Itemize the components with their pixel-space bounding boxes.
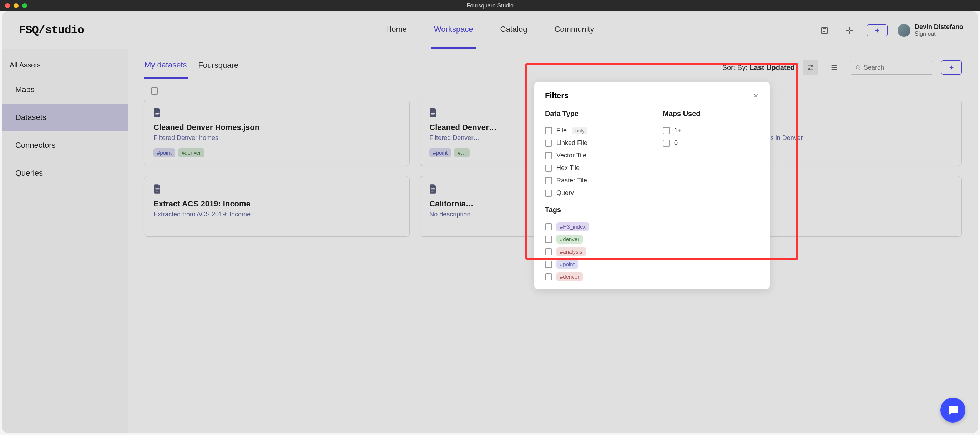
nav-community[interactable]: Community <box>551 12 597 49</box>
sidebar-queries[interactable]: Queries <box>3 159 128 187</box>
traffic-lights <box>5 3 27 8</box>
filter-datatype-option[interactable]: Vector Tile <box>545 149 641 162</box>
filters-title: Filters <box>545 91 568 100</box>
appbar: FSQ/studio Home Workspace Catalog Commun… <box>3 12 977 49</box>
add-dataset-button[interactable] <box>941 61 962 75</box>
checkbox[interactable] <box>663 127 670 134</box>
svg-point-7 <box>856 66 859 69</box>
app-chrome: FSQ/studio Home Workspace Catalog Commun… <box>2 11 978 433</box>
svg-point-5 <box>811 65 813 67</box>
filter-datatype-option[interactable]: Raster Tile <box>545 174 641 187</box>
select-all-checkbox[interactable] <box>151 88 158 95</box>
filter-datatype-option[interactable]: Linked File <box>545 137 641 149</box>
filter-tag-option[interactable]: #denver <box>545 233 641 245</box>
chat-fab[interactable] <box>940 397 966 422</box>
datatype-label: Data Type <box>545 110 641 118</box>
checkbox[interactable] <box>545 127 552 134</box>
filter-datatype-option[interactable]: Hex Tile <box>545 162 641 174</box>
checkbox[interactable] <box>545 223 552 230</box>
only-badge[interactable]: only <box>573 127 587 134</box>
filter-tag-option[interactable]: #denver <box>545 270 641 283</box>
tag-chip: #analysis <box>556 247 586 256</box>
checkbox[interactable] <box>545 140 552 147</box>
dataset-card[interactable]: Extract ACS 2019: Income Extracted from … <box>144 176 410 237</box>
dataset-card[interactable]: Cleaned Denver Homes.json Filtered Denve… <box>144 100 410 166</box>
filter-tag-option[interactable]: #analysis <box>545 245 641 258</box>
tab-foursquare[interactable]: Foursquare <box>198 57 239 78</box>
slack-icon[interactable] <box>842 23 857 38</box>
search-input[interactable] <box>864 64 928 72</box>
body: All Assets Maps Datasets Connectors Quer… <box>3 49 977 432</box>
logo[interactable]: FSQ/studio <box>19 24 84 37</box>
filters-col-mapsused: Maps Used 1+0 <box>663 110 759 283</box>
sidebar-maps[interactable]: Maps <box>3 76 128 104</box>
mapsused-label: Maps Used <box>663 110 759 118</box>
filter-icon[interactable] <box>803 60 818 75</box>
add-button[interactable] <box>867 24 888 37</box>
card-title: Extract ACS 2019: Income <box>153 199 400 209</box>
file-icon <box>153 184 400 194</box>
svg-rect-1 <box>849 27 850 30</box>
user-menu[interactable]: Devin Distefano Sign out <box>897 23 963 37</box>
checkbox[interactable] <box>545 236 552 243</box>
tag-chip[interactable]: #… <box>454 148 469 157</box>
sidebar-all-assets[interactable]: All Assets <box>3 55 128 76</box>
tag-chip[interactable]: #point <box>153 148 175 157</box>
checkbox[interactable] <box>545 190 552 197</box>
option-label: File <box>556 127 567 134</box>
sidebar-datasets[interactable]: Datasets <box>3 104 128 131</box>
checkbox[interactable] <box>545 152 552 159</box>
tag-chip[interactable]: #denver <box>178 148 205 157</box>
sort-by[interactable]: Sort By: Last Updated <box>722 64 795 72</box>
nav-home[interactable]: Home <box>383 12 410 49</box>
file-icon <box>153 108 400 117</box>
tab-my-datasets[interactable]: My datasets <box>144 57 188 78</box>
sidebar-connectors[interactable]: Connectors <box>3 131 128 159</box>
option-label: Raster Tile <box>556 177 587 184</box>
filter-tag-option[interactable]: #H3_index <box>545 220 641 233</box>
card-description: Extracted from ACS 2019: Income <box>153 211 400 218</box>
user-name: Devin Distefano <box>915 23 963 31</box>
option-label: Hex Tile <box>556 164 579 172</box>
filter-datatype-option[interactable]: Fileonly <box>545 124 641 137</box>
checkbox[interactable] <box>545 165 552 172</box>
card-title: Cleaned Denver Homes.json <box>153 123 400 132</box>
tag-chip: #denver <box>556 235 583 244</box>
docs-icon[interactable] <box>817 23 832 38</box>
list-view-icon[interactable] <box>826 60 842 75</box>
filter-tag-option[interactable]: #point <box>545 258 641 270</box>
option-label: 1+ <box>674 127 682 134</box>
sign-out-link[interactable]: Sign out <box>915 31 963 37</box>
tag-chip: #H3_index <box>556 222 589 231</box>
avatar <box>897 24 910 37</box>
tabs-row: My datasets Foursquare Sort By: Last Upd… <box>144 57 962 78</box>
filter-datatype-option[interactable]: Query <box>545 187 641 199</box>
checkbox[interactable] <box>545 248 552 255</box>
option-label: 0 <box>674 139 678 147</box>
nav-catalog[interactable]: Catalog <box>498 12 530 49</box>
card-description: Filtered Denver homes <box>153 134 400 142</box>
filter-mapsused-option[interactable]: 1+ <box>663 124 759 137</box>
svg-rect-2 <box>849 31 850 34</box>
sidebar: All Assets Maps Datasets Connectors Quer… <box>3 49 128 432</box>
card-tags: #point#denver <box>153 148 400 157</box>
search-icon <box>855 64 861 71</box>
minimize-window[interactable] <box>14 3 19 8</box>
checkbox[interactable] <box>545 261 552 268</box>
nav-workspace[interactable]: Workspace <box>431 12 476 49</box>
checkbox[interactable] <box>545 273 552 280</box>
close-window[interactable] <box>5 3 10 8</box>
filters-popover: Filters Data Type FileonlyLinked FileVec… <box>534 82 770 289</box>
tag-chip: #denver <box>556 272 583 281</box>
filters-header: Filters <box>545 91 759 100</box>
filter-mapsused-option[interactable]: 0 <box>663 137 759 149</box>
maximize-window[interactable] <box>22 3 27 8</box>
tag-chip[interactable]: #point <box>430 148 451 157</box>
window-title: Foursquare Studio <box>466 3 514 9</box>
checkbox[interactable] <box>663 140 670 147</box>
search-field[interactable] <box>850 61 933 75</box>
close-icon[interactable] <box>752 92 759 99</box>
mac-titlebar: Foursquare Studio <box>0 0 980 11</box>
checkbox[interactable] <box>545 177 552 184</box>
filters-col-datatype: Data Type FileonlyLinked FileVector Tile… <box>545 110 641 283</box>
